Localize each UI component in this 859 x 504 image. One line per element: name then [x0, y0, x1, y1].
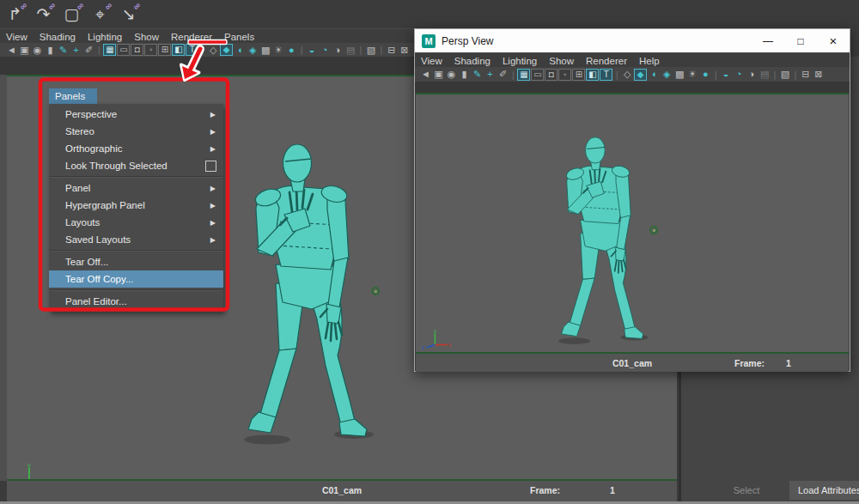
menu-item-label: Hypergraph Panel	[65, 200, 145, 210]
panels-menu-header[interactable]: Panels	[49, 88, 97, 104]
maximize-button[interactable]: □	[784, 29, 817, 52]
minimize-button[interactable]: —	[752, 29, 784, 52]
toolbar-separator: |	[202, 45, 204, 55]
gate-mask-icon[interactable]: ▪	[558, 69, 571, 81]
select-camera-icon[interactable]: ◄	[6, 44, 18, 56]
persp-menu-lighting[interactable]: Lighting	[497, 56, 543, 66]
menu-item-saved-layouts[interactable]: Saved Layouts▶	[49, 231, 223, 248]
menu-show[interactable]: Show	[128, 32, 165, 42]
lock-camera-icon[interactable]: ▣	[433, 69, 445, 81]
menu-item-perspective[interactable]: Perspective▶	[49, 106, 223, 123]
gamma-icon[interactable]: ◑	[746, 69, 758, 81]
image-plane-icon[interactable]: ✎	[472, 69, 484, 81]
shadows-icon[interactable]: ●	[285, 44, 297, 56]
wireframe-icon[interactable]: ◇	[621, 69, 633, 81]
menu-item-hypergraph-panel[interactable]: Hypergraph Panel▶	[49, 197, 223, 214]
motion-blur-icon[interactable]: ◔	[319, 44, 331, 56]
menu-item-stereo[interactable]: Stereo▶	[49, 123, 223, 140]
submenu-arrow-icon: ▶	[210, 219, 216, 227]
film-gate-icon[interactable]: ▭	[117, 44, 130, 56]
wireframe-on-shaded-icon[interactable]: ◖	[234, 44, 246, 56]
point-constraint-icon[interactable]: ⌖∞	[88, 3, 112, 26]
menu-item-tear-off[interactable]: Tear Off...	[49, 253, 223, 270]
duplicate-view-icon[interactable]: ⊟	[800, 69, 812, 81]
menu-item-panel[interactable]: Panel▶	[49, 179, 223, 197]
persp-viewport[interactable]	[416, 93, 849, 354]
film-gate-icon[interactable]: ▭	[531, 69, 544, 81]
menu-item-panel-editor[interactable]: Panel Editor...	[49, 293, 223, 310]
exposure-icon[interactable]: ▤	[344, 44, 356, 56]
tear-off-view-icon[interactable]: ⊠	[399, 44, 411, 56]
look-through-selected-checkbox[interactable]	[205, 161, 216, 172]
persp-menu-show[interactable]: Show	[543, 56, 580, 66]
persp-menu-help[interactable]: Help	[633, 56, 666, 66]
safe-title-icon[interactable]: T	[600, 69, 612, 81]
duplicate-view-icon[interactable]: ⊟	[386, 44, 398, 56]
window-titlebar[interactable]: M Persp View — □ ×	[415, 29, 850, 52]
resolution-gate-icon[interactable]: ◘	[545, 69, 557, 81]
two-d-pan-zoom-icon[interactable]: +	[70, 44, 82, 56]
persp-menu-renderer[interactable]: Renderer	[580, 56, 633, 66]
exposure-icon[interactable]: ▤	[758, 69, 771, 81]
menu-item-layouts[interactable]: Layouts▶	[49, 214, 223, 231]
field-chart-icon[interactable]: ⊞	[572, 69, 585, 81]
persp-menu-shading[interactable]: Shading	[448, 56, 497, 66]
menu-item-look-through-selected[interactable]: Look Through Selected	[49, 157, 223, 174]
menu-view[interactable]: View	[0, 32, 34, 42]
aim-constraint-icon[interactable]: ↘∞	[117, 3, 140, 26]
grease-pencil-icon[interactable]: ✐	[83, 44, 95, 56]
occlusion-icon[interactable]: ◒	[306, 44, 318, 56]
smooth-shade-icon[interactable]: ◆	[634, 69, 647, 81]
smooth-shade-icon[interactable]: ◆	[220, 44, 233, 56]
bookmark-icon[interactable]: ▮	[459, 69, 471, 81]
isolate-select-icon[interactable]: ▧	[365, 44, 377, 56]
menu-panels[interactable]: Panels	[218, 32, 260, 42]
menu-item-orthographic[interactable]: Orthographic▶	[49, 140, 223, 157]
grid-icon[interactable]: ▦	[517, 69, 530, 81]
gamma-icon[interactable]: ◑	[332, 44, 344, 56]
menu-item-tear-off-copy[interactable]: Tear Off Copy...	[49, 270, 223, 288]
locator-marker[interactable]	[371, 287, 380, 295]
orient-constraint-icon[interactable]: ↷∞	[32, 3, 55, 26]
motion-blur-icon[interactable]: ◔	[733, 69, 745, 81]
menu-shading[interactable]: Shading	[34, 32, 82, 42]
menu-renderer[interactable]: Renderer	[165, 32, 218, 42]
select-camera-icon[interactable]: ◄	[420, 69, 432, 81]
persp-menu-view[interactable]: View	[415, 56, 448, 66]
safe-title-icon[interactable]: T	[186, 44, 198, 56]
image-plane-icon[interactable]: ✎	[58, 44, 70, 56]
resolution-gate-icon[interactable]: ◘	[131, 44, 143, 56]
camera-attributes-icon[interactable]: ◉	[32, 44, 44, 56]
grid-icon[interactable]: ▦	[103, 44, 116, 56]
menu-lighting[interactable]: Lighting	[82, 32, 128, 42]
camera-attributes-icon[interactable]: ◉	[446, 69, 458, 81]
grease-pencil-icon[interactable]: ✐	[497, 69, 509, 81]
wireframe-on-shaded-icon[interactable]: ◖	[648, 69, 660, 81]
load-attributes-button[interactable]: Load Attributes	[789, 481, 859, 500]
textured-icon[interactable]: ◈	[661, 69, 673, 81]
submenu-arrow-icon: ▶	[210, 236, 216, 244]
toolbox-edge	[0, 75, 7, 481]
checker-icon[interactable]: ▩	[673, 69, 685, 81]
close-button[interactable]: ×	[817, 29, 850, 52]
occlusion-icon[interactable]: ◒	[720, 69, 732, 81]
textured-icon[interactable]: ◈	[247, 44, 259, 56]
shadows-icon[interactable]: ●	[699, 69, 711, 81]
gate-mask-icon[interactable]: ▪	[144, 44, 157, 56]
isolate-select-icon[interactable]: ▧	[779, 69, 791, 81]
tear-off-view-icon[interactable]: ⊠	[813, 69, 825, 81]
select-button[interactable]: Select	[707, 481, 786, 500]
field-chart-icon[interactable]: ⊞	[158, 44, 171, 56]
checker-icon[interactable]: ▩	[259, 44, 271, 56]
locator-marker[interactable]	[649, 226, 658, 234]
two-d-pan-zoom-icon[interactable]: +	[484, 69, 497, 81]
wireframe-icon[interactable]: ◇	[207, 44, 219, 56]
safe-action-icon[interactable]: ◧	[586, 69, 599, 81]
bookmark-icon[interactable]: ▮	[45, 44, 57, 56]
scale-constraint-icon[interactable]: ▢∞	[60, 3, 83, 26]
safe-action-icon[interactable]: ◧	[172, 44, 185, 56]
parent-constraint-icon[interactable]: ↱∞	[3, 3, 27, 26]
lock-camera-icon[interactable]: ▣	[19, 44, 31, 56]
lights-icon[interactable]: ☀	[686, 69, 698, 81]
lights-icon[interactable]: ☀	[272, 44, 284, 56]
